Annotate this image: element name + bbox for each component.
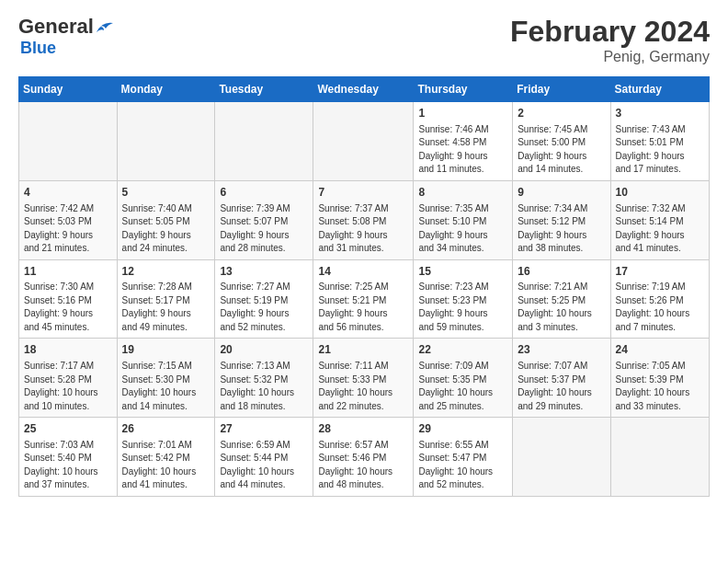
calendar-cell: 8Sunrise: 7:35 AM Sunset: 5:10 PM Daylig… [414,180,513,259]
location: Penig, Germany [510,49,710,65]
day-number: 15 [418,264,507,280]
calendar-week-row: 18Sunrise: 7:17 AM Sunset: 5:28 PM Dayli… [19,339,710,418]
calendar-cell: 20Sunrise: 7:13 AM Sunset: 5:32 PM Dayli… [215,339,313,418]
day-info: Sunrise: 7:09 AM Sunset: 5:35 PM Dayligh… [418,360,507,413]
day-number: 25 [24,421,112,437]
calendar-cell: 28Sunrise: 6:57 AM Sunset: 5:46 PM Dayli… [313,418,414,497]
calendar-week-row: 4Sunrise: 7:42 AM Sunset: 5:03 PM Daylig… [19,180,710,259]
day-number: 4 [24,185,112,201]
day-info: Sunrise: 6:57 AM Sunset: 5:46 PM Dayligh… [318,439,408,492]
day-info: Sunrise: 7:01 AM Sunset: 5:42 PM Dayligh… [122,439,210,492]
calendar-cell: 3Sunrise: 7:43 AM Sunset: 5:01 PM Daylig… [610,102,709,181]
calendar-cell: 29Sunrise: 6:55 AM Sunset: 5:47 PM Dayli… [414,418,513,497]
day-number: 23 [518,342,605,358]
calendar-cell: 19Sunrise: 7:15 AM Sunset: 5:30 PM Dayli… [117,339,215,418]
title-block: February 2024 Penig, Germany [510,15,710,65]
calendar-cell: 13Sunrise: 7:27 AM Sunset: 5:19 PM Dayli… [215,259,313,339]
day-info: Sunrise: 6:55 AM Sunset: 5:47 PM Dayligh… [418,439,507,492]
calendar-header: SundayMondayTuesdayWednesdayThursdayFrid… [19,77,710,102]
day-info: Sunrise: 7:45 AM Sunset: 5:00 PM Dayligh… [518,123,605,177]
calendar-cell: 10Sunrise: 7:32 AM Sunset: 5:14 PM Dayli… [610,180,709,259]
day-info: Sunrise: 7:28 AM Sunset: 5:17 PM Dayligh… [122,281,210,334]
logo: General Blue [18,15,116,58]
calendar-cell: 5Sunrise: 7:40 AM Sunset: 5:05 PM Daylig… [117,180,215,259]
day-number: 16 [518,264,605,280]
calendar-cell: 23Sunrise: 7:07 AM Sunset: 5:37 PM Dayli… [513,339,610,418]
day-info: Sunrise: 7:27 AM Sunset: 5:19 PM Dayligh… [220,281,308,334]
day-info: Sunrise: 7:03 AM Sunset: 5:40 PM Dayligh… [24,439,112,492]
day-number: 5 [122,185,210,201]
calendar-table: SundayMondayTuesdayWednesdayThursdayFrid… [18,76,710,497]
day-of-week-header: Tuesday [215,77,313,102]
day-info: Sunrise: 7:39 AM Sunset: 5:07 PM Dayligh… [220,202,308,256]
logo-bird-icon [95,19,115,36]
day-number: 8 [418,185,507,201]
day-info: Sunrise: 7:42 AM Sunset: 5:03 PM Dayligh… [24,202,112,256]
day-info: Sunrise: 7:43 AM Sunset: 5:01 PM Dayligh… [616,123,704,177]
day-number: 13 [220,264,308,280]
day-number: 12 [122,264,210,280]
calendar-cell [215,102,313,181]
calendar-cell [313,102,414,181]
calendar-cell: 1Sunrise: 7:46 AM Sunset: 4:58 PM Daylig… [414,102,513,181]
day-info: Sunrise: 7:40 AM Sunset: 5:05 PM Dayligh… [122,202,210,256]
day-number: 14 [318,264,408,280]
day-of-week-header: Saturday [610,77,709,102]
calendar-cell: 25Sunrise: 7:03 AM Sunset: 5:40 PM Dayli… [19,418,118,497]
day-number: 7 [318,185,408,201]
calendar-cell: 15Sunrise: 7:23 AM Sunset: 5:23 PM Dayli… [414,259,513,339]
day-of-week-header: Sunday [19,77,118,102]
calendar-cell [513,418,610,497]
day-info: Sunrise: 7:32 AM Sunset: 5:14 PM Dayligh… [616,202,704,256]
calendar-cell [19,102,118,181]
calendar-cell: 17Sunrise: 7:19 AM Sunset: 5:26 PM Dayli… [610,259,709,339]
calendar-cell: 2Sunrise: 7:45 AM Sunset: 5:00 PM Daylig… [513,102,610,181]
day-number: 10 [616,185,704,201]
calendar-cell: 4Sunrise: 7:42 AM Sunset: 5:03 PM Daylig… [19,180,118,259]
calendar-week-row: 25Sunrise: 7:03 AM Sunset: 5:40 PM Dayli… [19,418,710,497]
day-number: 24 [616,342,704,358]
calendar-cell: 16Sunrise: 7:21 AM Sunset: 5:25 PM Dayli… [513,259,610,339]
calendar-cell: 27Sunrise: 6:59 AM Sunset: 5:44 PM Dayli… [215,418,313,497]
day-info: Sunrise: 7:34 AM Sunset: 5:12 PM Dayligh… [518,202,605,256]
calendar-cell: 9Sunrise: 7:34 AM Sunset: 5:12 PM Daylig… [513,180,610,259]
calendar-cell: 6Sunrise: 7:39 AM Sunset: 5:07 PM Daylig… [215,180,313,259]
day-number: 11 [24,264,112,280]
calendar-cell: 11Sunrise: 7:30 AM Sunset: 5:16 PM Dayli… [19,259,118,339]
day-info: Sunrise: 7:25 AM Sunset: 5:21 PM Dayligh… [318,281,408,334]
day-info: Sunrise: 7:35 AM Sunset: 5:10 PM Dayligh… [418,202,507,256]
day-info: Sunrise: 6:59 AM Sunset: 5:44 PM Dayligh… [220,439,308,492]
day-info: Sunrise: 7:37 AM Sunset: 5:08 PM Dayligh… [318,202,408,256]
calendar-cell: 26Sunrise: 7:01 AM Sunset: 5:42 PM Dayli… [117,418,215,497]
day-info: Sunrise: 7:30 AM Sunset: 5:16 PM Dayligh… [24,281,112,334]
calendar-cell: 21Sunrise: 7:11 AM Sunset: 5:33 PM Dayli… [313,339,414,418]
day-info: Sunrise: 7:46 AM Sunset: 4:58 PM Dayligh… [418,123,507,177]
day-number: 19 [122,342,210,358]
day-number: 29 [418,421,507,437]
day-number: 26 [122,421,210,437]
day-number: 27 [220,421,308,437]
day-info: Sunrise: 7:21 AM Sunset: 5:25 PM Dayligh… [518,281,605,334]
calendar-cell: 14Sunrise: 7:25 AM Sunset: 5:21 PM Dayli… [313,259,414,339]
calendar-cell: 12Sunrise: 7:28 AM Sunset: 5:17 PM Dayli… [117,259,215,339]
day-number: 21 [318,342,408,358]
day-number: 9 [518,185,605,201]
day-number: 18 [24,342,112,358]
day-number: 28 [318,421,408,437]
calendar-cell [117,102,215,181]
day-number: 6 [220,185,308,201]
day-info: Sunrise: 7:15 AM Sunset: 5:30 PM Dayligh… [122,360,210,413]
day-number: 1 [418,106,507,121]
day-info: Sunrise: 7:05 AM Sunset: 5:39 PM Dayligh… [616,360,704,413]
day-number: 17 [616,264,704,280]
page-header: General Blue February 2024 Penig, German… [18,15,710,65]
day-info: Sunrise: 7:07 AM Sunset: 5:37 PM Dayligh… [518,360,605,413]
day-info: Sunrise: 7:13 AM Sunset: 5:32 PM Dayligh… [220,360,308,413]
day-number: 3 [616,106,704,121]
calendar-cell: 22Sunrise: 7:09 AM Sunset: 5:35 PM Dayli… [414,339,513,418]
day-info: Sunrise: 7:11 AM Sunset: 5:33 PM Dayligh… [318,360,408,413]
day-number: 22 [418,342,507,358]
calendar-week-row: 11Sunrise: 7:30 AM Sunset: 5:16 PM Dayli… [19,259,710,339]
day-info: Sunrise: 7:23 AM Sunset: 5:23 PM Dayligh… [418,281,507,334]
day-of-week-header: Friday [513,77,610,102]
